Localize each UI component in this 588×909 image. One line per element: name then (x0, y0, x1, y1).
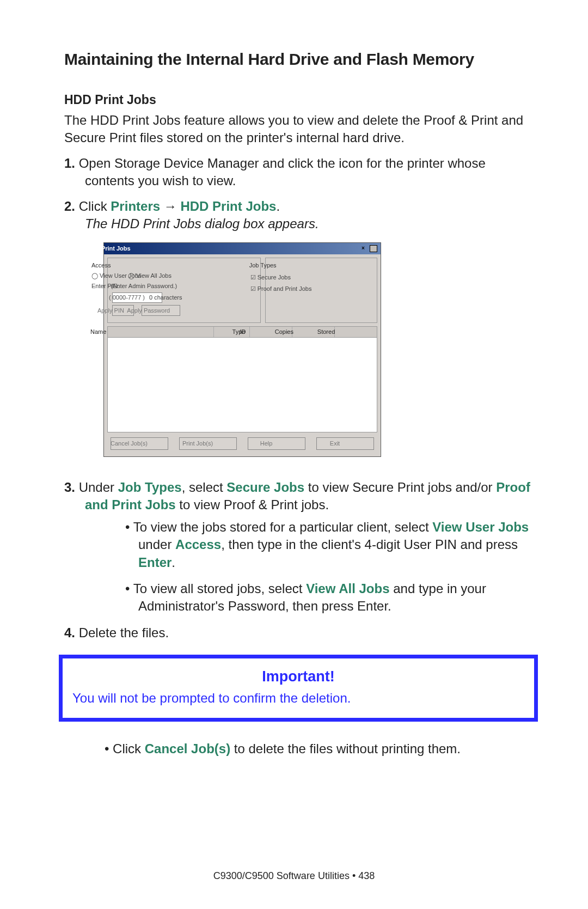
section-heading-hdd: HDD Print Jobs (64, 93, 536, 107)
jobtypes-fieldset: Job Types ☑ Secure Jobs ☑ Proof and Prin… (265, 258, 377, 323)
apply-password-button: Apply Password (142, 305, 180, 316)
dialog-screenshot: HDD Print Jobs × Access ◯ View User Jobs… (103, 242, 536, 457)
bullet-view-user-jobs: To view the jobs stored for a particular… (125, 518, 536, 571)
bullet-access-term: Access (175, 537, 221, 552)
radio-view-all: ◯ View All Jobs (149, 272, 171, 280)
step-2-arrow: → (160, 199, 180, 213)
help-button: Help (248, 437, 305, 450)
step-4-text: Delete the files. (79, 625, 169, 640)
intro-paragraph: The HDD Print Jobs feature allows you to… (64, 112, 536, 147)
col-name: Name (108, 327, 214, 337)
step-3-txt1: Under (79, 480, 118, 495)
step-2: 2. Click Printers → HDD Print Jobs. The … (64, 198, 536, 457)
bullet-enter-term: Enter (138, 555, 171, 570)
step-3-txt4: to view Proof & Print jobs. (176, 497, 329, 512)
step-1-text: Open Storage Device Manager and click th… (79, 156, 486, 188)
close-icon: × (370, 245, 377, 252)
print-jobs-button: Print Job(s) (179, 437, 237, 450)
step-3-txt2: , select (182, 480, 227, 495)
cancel-jobs-term: Cancel Job(s) (145, 741, 230, 756)
page-footer: C9300/C9500 Software Utilities • 438 (0, 870, 588, 882)
step-3-jobtypes: Job Types (118, 480, 182, 495)
bullet-cancel-jobs: Click Cancel Job(s) to delete the files … (105, 740, 536, 758)
step-3-secure: Secure Jobs (226, 480, 304, 495)
important-text: You will not be prompted to confirm the … (72, 691, 524, 706)
chars-label: 0 characters (170, 294, 198, 302)
important-title: Important! (72, 668, 524, 685)
step-4: 4. Delete the files. (64, 624, 536, 642)
step-2-printers: Printers (111, 199, 160, 213)
enter-admin-label: (Enter Admin Password.) (131, 282, 177, 290)
important-callout: Important! You will not be prompted to c… (59, 655, 538, 722)
dialog-titlebar: HDD Print Jobs × (104, 243, 381, 254)
step-3: 3. Under Job Types, select Secure Jobs t… (64, 479, 536, 615)
access-fieldset: Access ◯ View User Jobs ◯ View All Jobs … (107, 258, 261, 323)
bullet-view-all-jobs: To view all stored jobs, select View All… (125, 580, 536, 615)
cancel-jobs-button: Cancel Job(s) (111, 437, 168, 450)
page-title: Maintaining the Internal Hard Drive and … (64, 50, 536, 69)
step-3-txt3: to view Secure Print jobs and/or (304, 480, 496, 495)
step-2-click: Click (79, 199, 111, 213)
checkbox-proof-jobs: ☑ Proof and Print Jobs (270, 283, 372, 295)
jobtypes-legend: Job Types (270, 261, 372, 270)
bullet-vaj-term: View All Jobs (306, 581, 389, 596)
jobs-list-area (107, 337, 377, 432)
bullet-vu-term: View User Jobs (432, 520, 529, 534)
col-stored: Stored (335, 327, 377, 337)
exit-button: Exit (316, 437, 374, 450)
step-2-period: . (276, 199, 280, 213)
checkbox-secure-jobs: ☑ Secure Jobs (270, 272, 372, 283)
access-legend: Access (112, 261, 256, 270)
jobs-list-header: Name ID Type Copies Stored (107, 326, 377, 337)
dialog-title-text: HDD Print Jobs (107, 245, 131, 253)
step-1: 1. Open Storage Device Manager and click… (64, 155, 536, 190)
step-2-result: The HDD Print Jobs dialog box appears. (85, 216, 319, 231)
step-2-hdd: HDD Print Jobs (180, 199, 276, 213)
